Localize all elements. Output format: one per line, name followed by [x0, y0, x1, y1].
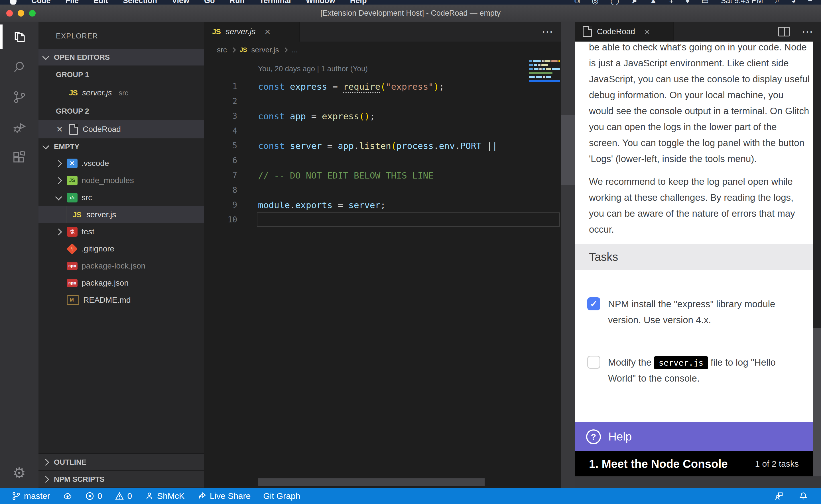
current-line-highlight	[257, 212, 560, 227]
apple-icon[interactable]	[10, 0, 17, 5]
code-line-2[interactable]: 2	[204, 94, 561, 109]
status-item-master[interactable]: master	[11, 491, 50, 501]
status-item-live-share[interactable]: Live Share	[197, 491, 251, 501]
menu-edit[interactable]: Edit	[93, 0, 108, 5]
code-line-8[interactable]: 8	[204, 183, 561, 198]
menubar-status-icon[interactable]: ▲	[650, 0, 657, 5]
token	[285, 81, 290, 92]
menubar-status-icon[interactable]: ◕	[791, 0, 796, 5]
tree-item-node_modules[interactable]: JSnode_modules	[38, 172, 204, 189]
menu-view[interactable]: View	[172, 0, 189, 5]
status-item-0[interactable]: 0	[85, 491, 102, 501]
workspace-label: EMPTY	[54, 142, 79, 151]
code-line-5[interactable]: 5const server = app.listen(process.env.P…	[204, 138, 561, 153]
breadcrumb[interactable]: src JS server.js ...	[204, 42, 561, 58]
editor-sash[interactable]	[561, 22, 575, 488]
panel-footer-strip	[575, 476, 821, 488]
tree-item-.gitignore[interactable]: ⑂.gitignore	[38, 240, 204, 257]
tree-item-readme.md[interactable]: M↓README.md	[38, 292, 204, 309]
activity-explorer-icon[interactable]	[0, 22, 38, 52]
close-icon[interactable]: ×	[265, 26, 271, 37]
menubar-status-icon[interactable]: ǂ	[669, 0, 674, 5]
open-editor-item-server.js[interactable]: JSserver.jssrc	[38, 84, 204, 102]
more-actions-icon[interactable]: ⋯	[802, 25, 813, 38]
lesson-bar[interactable]: 1. Meet the Node Console 1 of 2 tasks	[575, 451, 813, 476]
status-item-bell-icon[interactable]	[798, 491, 808, 501]
menubar-status-icon[interactable]: ⌕	[775, 0, 779, 5]
close-icon[interactable]: ×	[55, 123, 64, 135]
status-item-git-graph[interactable]: Git Graph	[263, 491, 300, 501]
tree-item-test[interactable]: ⚗test	[38, 223, 204, 240]
workspace-header[interactable]: EMPTY	[38, 138, 204, 155]
js-file-icon: JS	[240, 46, 247, 54]
menubar-status-icon[interactable]: ◯	[610, 0, 619, 5]
webview-scrollbar-handle[interactable]	[813, 328, 821, 488]
menu-go[interactable]: Go	[204, 0, 215, 5]
file-icon	[69, 124, 78, 135]
feedback-icon	[774, 491, 784, 501]
menubar-status-icon[interactable]: ♦	[686, 0, 690, 5]
status-item-feedback-icon[interactable]	[774, 491, 784, 501]
menu-help[interactable]: Help	[350, 0, 367, 5]
activity-run-debug-icon[interactable]	[0, 112, 38, 142]
paragraph-line: you can be aware of the nature of errors…	[589, 206, 797, 222]
tab-coderoad[interactable]: CodeRoad ×	[575, 22, 674, 42]
close-icon[interactable]: ×	[644, 26, 650, 37]
breadcrumb-symbol[interactable]: ...	[292, 46, 298, 54]
menubar-clock[interactable]: Sat 9:43 PM	[721, 0, 763, 5]
tree-item-package.json[interactable]: npmpackage.json	[38, 274, 204, 292]
menu-run[interactable]: Run	[230, 0, 245, 5]
split-editor-icon[interactable]	[778, 27, 790, 36]
webview-scrollbar[interactable]	[813, 42, 821, 328]
status-item-0[interactable]: 0	[115, 491, 132, 501]
code-line-6[interactable]: 6	[204, 153, 561, 168]
status-item-shmck[interactable]: ShMcK	[144, 491, 185, 501]
tree-item-label: .vscode	[81, 159, 109, 168]
menubar-status-icon[interactable]: ➤	[631, 0, 638, 5]
code-editor[interactable]: You, 20 days ago | 1 author (You) 1const…	[204, 58, 561, 488]
status-item-sync-cloud-icon[interactable]	[63, 491, 72, 501]
menubar-status-icon[interactable]: ▭	[702, 0, 709, 5]
menu-code[interactable]: Code	[31, 0, 51, 5]
menu-file[interactable]: File	[66, 0, 79, 5]
menubar-status-icon[interactable]: ⧉	[574, 0, 580, 5]
code-line-9[interactable]: 9module.exports = server;	[204, 198, 561, 212]
outline-section[interactable]: OUTLINE	[38, 453, 204, 470]
help-bar[interactable]: ? Help	[575, 422, 813, 451]
menu-selection[interactable]: Selection	[123, 0, 157, 5]
checkbox-checked-icon[interactable]: ✓	[587, 297, 600, 310]
open-editors-header[interactable]: OPEN EDITORS	[38, 49, 204, 65]
code-line-7[interactable]: 7// -- DO NOT EDIT BELOW THIS LINE	[204, 168, 561, 183]
code-line-4[interactable]: 4	[204, 124, 561, 138]
task-text-segment: file to log "Hello	[708, 357, 776, 368]
menubar-status-icon[interactable]: ◎	[592, 0, 598, 5]
menu-window[interactable]: Window	[306, 0, 335, 5]
title-bar[interactable]: [Extension Development Host] - CodeRoad …	[0, 5, 821, 22]
more-actions-icon[interactable]: ⋯	[542, 25, 553, 38]
minimap[interactable]	[529, 60, 560, 82]
open-editor-item-coderoad[interactable]: ×CodeRoad	[38, 120, 204, 138]
tree-item-.vscode[interactable]: ✕.vscode	[38, 155, 204, 172]
paragraph-line: debug information. On your local machine…	[589, 87, 797, 103]
npm-scripts-section[interactable]: NPM SCRIPTS	[38, 470, 204, 487]
activity-extensions-icon[interactable]	[0, 142, 38, 173]
menu-terminal[interactable]: Terminal	[260, 0, 291, 5]
tree-item-server.js[interactable]: JSserver.js	[38, 206, 204, 223]
tree-item-src[interactable]: ‹/›src	[38, 189, 204, 206]
breadcrumb-src[interactable]: src	[217, 46, 227, 54]
menubar-status-icon[interactable]: ≡	[808, 0, 812, 5]
horizontal-scrollbar[interactable]	[258, 478, 485, 486]
minimap-segment	[541, 64, 548, 66]
code-line-1[interactable]: 1const express = require("express");	[204, 79, 561, 94]
breadcrumb-file[interactable]: server.js	[252, 46, 279, 54]
activity-source-control-icon[interactable]	[0, 82, 38, 112]
tree-item-package-lock.json[interactable]: npmpackage-lock.json	[38, 257, 204, 274]
code-line-3[interactable]: 3const app = express();	[204, 109, 561, 124]
gear-icon[interactable]: ⚙	[0, 464, 38, 482]
indent-guide	[66, 206, 66, 223]
code-line-10[interactable]: 10	[204, 212, 561, 227]
checkbox-unchecked-icon[interactable]	[587, 356, 600, 369]
tab-server-js[interactable]: JS server.js ×	[204, 22, 300, 42]
activity-search-icon[interactable]	[0, 52, 38, 82]
scrollbar-handle[interactable]	[561, 115, 575, 185]
